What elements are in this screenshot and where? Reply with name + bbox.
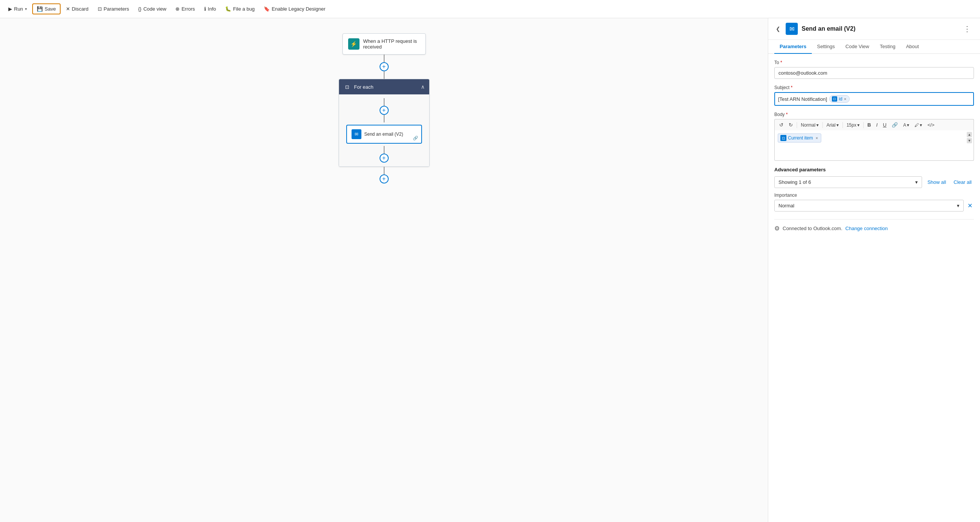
tab-parameters[interactable]: Parameters xyxy=(774,40,812,54)
save-button[interactable]: 💾 Save xyxy=(32,3,60,14)
foreach-body: + ✉ Send an email (V2) 🔗 + xyxy=(339,94,429,166)
token-close-button[interactable]: × xyxy=(844,97,846,101)
main-area: ⚡ When a HTTP request is received + ⊡ Fo… xyxy=(0,18,980,522)
undo-button[interactable]: ↺ xyxy=(778,121,785,129)
code-btn[interactable]: </> xyxy=(926,121,936,129)
panel-header: ❮ ✉ Send an email (V2) ⋮ xyxy=(768,18,980,40)
foreach-container: ⊡ For each ∧ + ✉ Send an email (V2) 🔗 xyxy=(339,79,430,167)
connector-1: + xyxy=(380,54,389,79)
italic-button[interactable]: I xyxy=(875,121,879,129)
importance-field-group: Importance Normal ▾ ✕ xyxy=(774,193,974,212)
connection-icon: ⚙ xyxy=(774,225,780,232)
info-icon: ℹ xyxy=(204,6,206,12)
bug-icon: 🐛 xyxy=(225,6,231,12)
connector-line-1 xyxy=(384,54,385,62)
save-label: Save xyxy=(45,6,56,12)
connector-inner-line-top xyxy=(384,98,385,106)
importance-clear-button[interactable]: ✕ xyxy=(966,201,974,211)
foreach-icon: ⊡ xyxy=(344,83,351,91)
body-content-area[interactable]: ⊡ Current item × ▲ ▼ xyxy=(774,131,974,161)
font-label: Arial xyxy=(827,123,836,128)
importance-chevron-icon: ▾ xyxy=(957,203,959,209)
legacy-icon: 🔖 xyxy=(264,6,270,12)
connector-2: + xyxy=(380,167,389,184)
size-label: 15px xyxy=(846,123,856,128)
tab-about[interactable]: About xyxy=(901,40,924,54)
subject-token[interactable]: ⊡ id × xyxy=(829,95,850,103)
subject-field-group: Subject * [Test ARN Notification] ⊡ id × xyxy=(774,85,974,106)
toolbar-divider-2 xyxy=(822,122,823,128)
body-field-label: Body * xyxy=(774,112,974,117)
panel-app-icon: ✉ xyxy=(786,23,798,35)
toolbar-divider-3 xyxy=(843,122,843,128)
link-button[interactable]: 🔗 xyxy=(890,121,899,129)
save-icon: 💾 xyxy=(37,6,43,12)
body-token-label: Current item xyxy=(788,135,813,140)
highlight-icon: 🖊 xyxy=(915,123,919,128)
highlight-select[interactable]: 🖊 ▾ xyxy=(913,122,924,129)
to-field-label: To * xyxy=(774,60,974,65)
errors-button[interactable]: ⊗ Errors xyxy=(172,4,199,14)
change-connection-link[interactable]: Change connection xyxy=(846,225,888,231)
panel-more-button[interactable]: ⋮ xyxy=(960,23,974,35)
connector-line-1b xyxy=(384,71,385,79)
tab-testing[interactable]: Testing xyxy=(874,40,900,54)
parameters-icon: ⊡ xyxy=(98,6,102,12)
to-field-input[interactable] xyxy=(774,67,974,79)
foreach-header[interactable]: ⊡ For each ∧ xyxy=(339,79,429,94)
body-token[interactable]: ⊡ Current item × xyxy=(778,133,821,142)
canvas[interactable]: ⚡ When a HTTP request is received + ⊡ Fo… xyxy=(0,18,768,522)
run-button[interactable]: ▶ Run ▾ xyxy=(5,4,31,14)
http-node-box[interactable]: ⚡ When a HTTP request is received xyxy=(342,34,426,54)
body-token-close[interactable]: × xyxy=(816,136,818,140)
file-bug-label: File a bug xyxy=(233,6,255,12)
panel-collapse-button[interactable]: ❮ xyxy=(774,24,782,34)
add-button-2[interactable]: + xyxy=(380,174,389,184)
parameters-button[interactable]: ⊡ Parameters xyxy=(94,4,133,14)
size-chevron-icon: ▾ xyxy=(857,123,859,128)
foreach-collapse-button[interactable]: ∧ xyxy=(421,84,425,90)
flow-container: ⚡ When a HTTP request is received + ⊡ Fo… xyxy=(0,18,768,199)
legacy-designer-button[interactable]: 🔖 Enable Legacy Designer xyxy=(260,4,329,14)
showing-text: Showing 1 of 6 xyxy=(778,179,811,185)
add-button-1[interactable]: + xyxy=(380,62,389,71)
tab-code-view[interactable]: Code View xyxy=(840,40,875,54)
subject-field-input[interactable]: [Test ARN Notification] ⊡ id × xyxy=(774,92,974,106)
email-node-icon: ✉ xyxy=(352,129,361,139)
email-node[interactable]: ✉ Send an email (V2) 🔗 xyxy=(346,125,422,144)
redo-button[interactable]: ↻ xyxy=(787,121,794,129)
panel-tabs: Parameters Settings Code View Testing Ab… xyxy=(768,40,980,54)
code-view-button[interactable]: {} Code view xyxy=(134,4,170,14)
scroll-down-button[interactable]: ▼ xyxy=(967,138,972,143)
code-icon: {} xyxy=(138,6,142,12)
showing-chevron-icon: ▾ xyxy=(915,179,918,185)
parameters-label: Parameters xyxy=(104,6,129,12)
discard-button[interactable]: ✕ Discard xyxy=(62,4,92,14)
font-select[interactable]: Arial ▾ xyxy=(825,122,840,129)
toolbar-divider-1 xyxy=(797,122,797,128)
add-button-inner-top[interactable]: + xyxy=(380,106,389,115)
body-field-group: Body * ↺ ↻ Normal ▾ Arial ▾ xyxy=(774,112,974,161)
bold-button[interactable]: B xyxy=(866,121,872,129)
clear-all-button[interactable]: Clear all xyxy=(951,178,974,187)
token-icon: ⊡ xyxy=(832,96,837,102)
add-button-inner-bottom[interactable]: + xyxy=(380,153,389,163)
importance-select[interactable]: Normal ▾ xyxy=(774,200,964,212)
info-button[interactable]: ℹ Info xyxy=(200,4,220,14)
scroll-up-button[interactable]: ▲ xyxy=(967,132,972,137)
size-select[interactable]: 15px ▾ xyxy=(845,122,861,129)
font-color-select[interactable]: A ▾ xyxy=(902,122,911,129)
paragraph-select[interactable]: Normal ▾ xyxy=(799,122,820,129)
panel-body: To * Subject * [Test ARN Notification] ⊡… xyxy=(768,54,980,522)
underline-button[interactable]: U xyxy=(881,121,888,129)
info-label: Info xyxy=(208,6,216,12)
showing-bar: Showing 1 of 6 ▾ Show all Clear all xyxy=(774,176,974,188)
panel-title: Send an email (V2) xyxy=(802,26,956,32)
showing-select[interactable]: Showing 1 of 6 ▾ xyxy=(774,176,922,188)
discard-icon: ✕ xyxy=(66,6,70,12)
tab-settings[interactable]: Settings xyxy=(812,40,840,54)
file-bug-button[interactable]: 🐛 File a bug xyxy=(221,4,258,14)
show-all-button[interactable]: Show all xyxy=(925,178,948,187)
http-node: ⚡ When a HTTP request is received xyxy=(342,34,426,54)
body-token-icon: ⊡ xyxy=(780,135,786,141)
